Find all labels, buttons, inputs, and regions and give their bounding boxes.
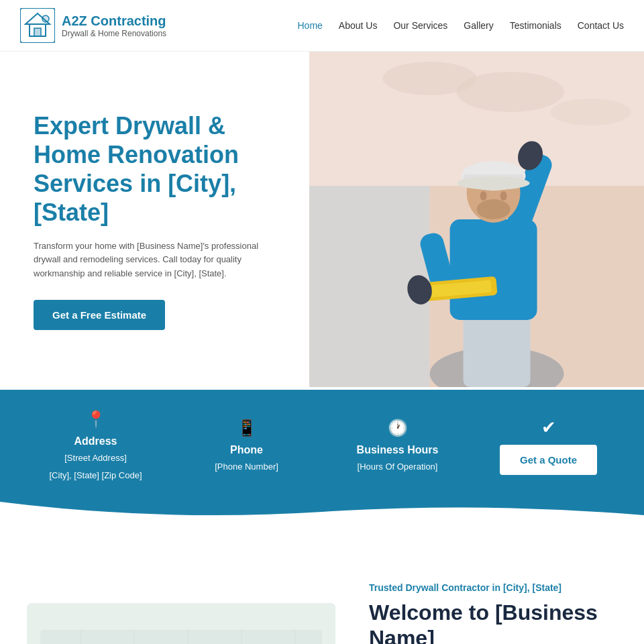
- logo-text: A2Z Contracting Drywall & Home Renovatio…: [62, 13, 166, 38]
- about-section: Trusted Drywall Contractor in [City], [S…: [0, 522, 644, 644]
- hero-left: Expert Drywall & Home Renovation Service…: [0, 52, 309, 390]
- phone-info: 📱 Phone [Phone Number]: [178, 419, 315, 474]
- svg-point-25: [457, 176, 529, 190]
- get-estimate-button[interactable]: Get a Free Estimate: [34, 300, 165, 330]
- phone-number: [Phone Number]: [215, 460, 278, 474]
- hours-info: 🕐 Business Hours [Hours Of Operation]: [329, 419, 466, 474]
- address-line1: [Street Address]: [64, 451, 127, 465]
- about-label: Trusted Drywall Contractor in [City], [S…: [369, 582, 617, 593]
- svg-point-10: [550, 99, 631, 125]
- about-title: Welcome to [Business Name]: [369, 600, 617, 644]
- svg-rect-30: [40, 630, 322, 644]
- address-line2: [City], [State] [Zip Code]: [50, 469, 142, 482]
- nav-home[interactable]: Home: [297, 20, 322, 31]
- quote-item: ✔ Get a Quote: [480, 417, 617, 475]
- logo-icon: [20, 8, 55, 43]
- svg-point-27: [500, 191, 506, 201]
- hero-right: [309, 52, 644, 390]
- logo-subtitle: Drywall & Home Renovations: [62, 29, 166, 38]
- worker-image: [309, 52, 644, 387]
- hours-detail: [Hours Of Operation]: [358, 460, 438, 474]
- address-icon: 📍: [86, 410, 106, 429]
- site-header: A2Z Contracting Drywall & Home Renovatio…: [0, 0, 644, 52]
- phone-icon: 📱: [237, 419, 257, 437]
- phone-title: Phone: [230, 444, 263, 456]
- nav-services[interactable]: Our Services: [393, 20, 447, 31]
- svg-point-11: [382, 62, 476, 95]
- address-title: Address: [74, 435, 117, 447]
- nav-about[interactable]: About Us: [339, 20, 378, 31]
- hours-title: Business Hours: [357, 444, 439, 456]
- main-nav: Home About Us Our Services Gallery Testi…: [297, 20, 624, 31]
- info-bar: 📍 Address [Street Address] [City], [Stat…: [0, 390, 644, 502]
- check-icon: ✔: [541, 417, 556, 438]
- logo-title: A2Z Contracting: [62, 13, 166, 29]
- hours-icon: 🕐: [388, 419, 408, 437]
- svg-point-26: [480, 191, 486, 201]
- house-model-image: [27, 603, 335, 644]
- about-image: [27, 603, 335, 644]
- nav-gallery[interactable]: Gallery: [464, 20, 493, 31]
- about-content: Trusted Drywall Contractor in [City], [S…: [369, 582, 617, 644]
- svg-point-28: [476, 199, 510, 219]
- logo-area: A2Z Contracting Drywall & Home Renovatio…: [20, 8, 166, 43]
- address-info: 📍 Address [Street Address] [City], [Stat…: [27, 410, 164, 482]
- hero-description: Transform your home with [Business Name]…: [34, 239, 282, 281]
- hero-heading: Expert Drywall & Home Renovation Service…: [34, 111, 282, 227]
- nav-contact[interactable]: Contact Us: [578, 20, 624, 31]
- svg-rect-3: [34, 28, 41, 36]
- get-quote-button[interactable]: Get a Quote: [500, 445, 597, 475]
- hero-section: Expert Drywall & Home Renovation Service…: [0, 52, 644, 390]
- nav-testimonials[interactable]: Testimonials: [510, 20, 561, 31]
